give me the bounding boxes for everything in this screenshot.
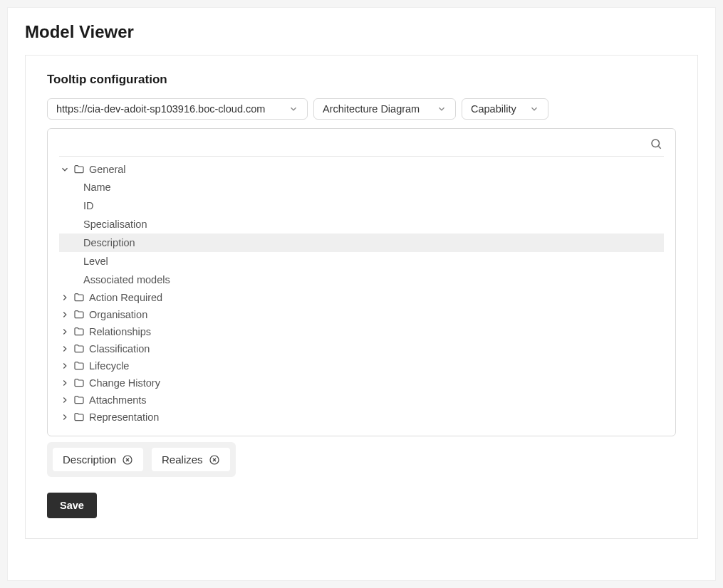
svg-point-0 xyxy=(652,140,660,147)
search-icon[interactable] xyxy=(650,137,662,150)
tree-leaf-specialisation[interactable]: Specialisation xyxy=(59,215,664,233)
tree-root: General Name ID Specialisation Descripti… xyxy=(59,161,664,426)
selected-chips: Description Realizes xyxy=(47,442,236,477)
chevron-down-icon xyxy=(437,104,447,114)
tree-row-attachments[interactable]: Attachments xyxy=(59,392,664,409)
tree-node-attachments: Attachments xyxy=(59,392,664,409)
tree-node-relationships: Relationships xyxy=(59,323,664,340)
tree-label-classification: Classification xyxy=(89,343,150,355)
tree-row-classification[interactable]: Classification xyxy=(59,340,664,357)
chevron-right-icon xyxy=(59,361,71,371)
page-title: Model Viewer xyxy=(25,22,712,42)
select-row: https://cia-dev-adoit-sp103916.boc-cloud… xyxy=(47,98,676,120)
chevron-right-icon xyxy=(59,293,71,303)
tree-node-lifecycle: Lifecycle xyxy=(59,357,664,374)
folder-icon xyxy=(73,343,85,355)
tree-node-representation: Representation xyxy=(59,409,664,426)
chevron-right-icon xyxy=(59,344,71,354)
tree-label-organisation: Organisation xyxy=(89,309,147,320)
tree-row-representation[interactable]: Representation xyxy=(59,409,664,426)
tree-row-general[interactable]: General xyxy=(59,161,664,178)
chip-realizes: Realizes xyxy=(152,448,230,471)
url-select-value: https://cia-dev-adoit-sp103916.boc-cloud… xyxy=(56,103,265,115)
tooltip-config-panel: Tooltip configuration https://cia-dev-ad… xyxy=(25,55,698,539)
tree-children-general: Name ID Specialisation Description Level… xyxy=(59,178,664,289)
tree-leaf-id[interactable]: ID xyxy=(59,196,664,215)
tree-node-classification: Classification xyxy=(59,340,664,357)
folder-icon xyxy=(73,377,85,389)
chevron-down-icon xyxy=(529,104,539,114)
folder-icon xyxy=(73,326,85,337)
outer-panel: Model Viewer Tooltip configuration https… xyxy=(7,7,716,581)
chevron-right-icon xyxy=(59,378,71,388)
tree-node-general: General Name ID Specialisation Descripti… xyxy=(59,161,664,289)
folder-icon xyxy=(73,309,85,320)
tree-label-attachments: Attachments xyxy=(89,394,147,406)
chevron-down-icon xyxy=(59,164,71,174)
tree-leaf-name[interactable]: Name xyxy=(59,178,664,196)
chevron-right-icon xyxy=(59,395,71,405)
folder-icon xyxy=(73,292,85,303)
close-icon[interactable] xyxy=(209,454,220,466)
tree-node-organisation: Organisation xyxy=(59,306,664,323)
tree-leaf-description[interactable]: Description xyxy=(59,233,664,252)
tree-row-lifecycle[interactable]: Lifecycle xyxy=(59,357,664,374)
save-button[interactable]: Save xyxy=(47,493,97,518)
capability-select-value: Capability xyxy=(471,103,516,115)
tree-row-action-required[interactable]: Action Required xyxy=(59,289,664,306)
tree-label-action-required: Action Required xyxy=(89,292,162,303)
tree-label-lifecycle: Lifecycle xyxy=(89,360,129,372)
tree-node-action-required: Action Required xyxy=(59,289,664,306)
close-icon[interactable] xyxy=(122,454,133,466)
chip-description: Description xyxy=(53,448,143,471)
diagram-select-value: Architecture Diagram xyxy=(323,103,420,115)
folder-icon xyxy=(73,164,85,175)
tree-node-change-history: Change History xyxy=(59,374,664,392)
chip-label: Realizes xyxy=(162,453,203,466)
tree-label-relationships: Relationships xyxy=(89,326,151,337)
search-row xyxy=(59,135,664,157)
url-select[interactable]: https://cia-dev-adoit-sp103916.boc-cloud… xyxy=(47,98,308,120)
chip-label: Description xyxy=(63,453,116,466)
section-title: Tooltip configuration xyxy=(47,73,676,87)
chevron-right-icon xyxy=(59,310,71,320)
tree-row-organisation[interactable]: Organisation xyxy=(59,306,664,323)
tree-panel: General Name ID Specialisation Descripti… xyxy=(47,128,676,436)
folder-icon xyxy=(73,411,85,423)
folder-icon xyxy=(73,394,85,406)
chevron-right-icon xyxy=(59,412,71,422)
tree-label-representation: Representation xyxy=(89,411,159,423)
tree-label-change-history: Change History xyxy=(89,377,160,389)
svg-line-1 xyxy=(658,146,660,148)
chevron-right-icon xyxy=(59,327,71,337)
tree-row-relationships[interactable]: Relationships xyxy=(59,323,664,340)
tree-leaf-level[interactable]: Level xyxy=(59,252,664,271)
tree-label-general: General xyxy=(89,164,126,175)
folder-icon xyxy=(73,360,85,372)
tree-row-change-history[interactable]: Change History xyxy=(59,374,664,392)
diagram-select[interactable]: Architecture Diagram xyxy=(313,98,456,120)
chevron-down-icon xyxy=(288,104,298,114)
tree-leaf-associated-models[interactable]: Associated models xyxy=(59,271,664,289)
capability-select[interactable]: Capability xyxy=(462,98,548,120)
